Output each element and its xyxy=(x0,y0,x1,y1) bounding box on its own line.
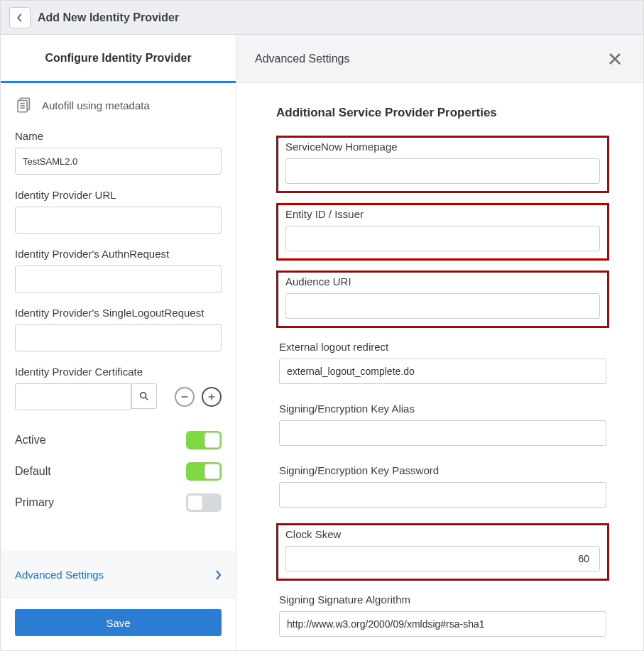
keypass-label: Signing/Encryption Key Password xyxy=(279,464,606,476)
advanced-settings-link[interactable]: Advanced Settings xyxy=(1,552,236,597)
name-label: Name xyxy=(15,130,222,142)
keyalias-input[interactable] xyxy=(279,420,606,446)
plus-icon xyxy=(207,392,217,402)
entity-label: Entity ID / Issuer xyxy=(285,208,600,220)
default-toggle[interactable] xyxy=(186,462,222,481)
svg-line-6 xyxy=(146,398,148,400)
right-pane: Advanced Settings Additional Service Pro… xyxy=(236,35,643,650)
minus-icon xyxy=(180,392,190,402)
extlogout-input[interactable] xyxy=(279,359,606,384)
top-bar: Add New Identity Provider xyxy=(1,1,643,35)
back-button[interactable] xyxy=(9,7,31,28)
idp-url-label: Identity Provider URL xyxy=(15,189,222,201)
autofill-label: Autofill using metadata xyxy=(42,99,150,111)
slo-label: Identity Provider's SingleLogoutRequest xyxy=(15,307,222,319)
active-label: Active xyxy=(15,434,46,447)
autofill-metadata[interactable]: Autofill using metadata xyxy=(15,96,222,114)
search-icon xyxy=(139,391,149,401)
entity-input[interactable] xyxy=(285,226,600,251)
sigalg-input[interactable] xyxy=(279,611,606,637)
page-title: Add New Identity Provider xyxy=(38,11,179,24)
chevron-right-icon xyxy=(214,569,222,581)
document-stack-icon xyxy=(15,96,33,114)
extlogout-label: External logout redirect xyxy=(279,341,606,353)
save-button[interactable]: Save xyxy=(15,609,222,636)
keypass-input[interactable] xyxy=(279,482,606,508)
clockskew-label: Clock Skew xyxy=(285,528,600,540)
cert-label: Identity Provider Certificate xyxy=(15,366,222,378)
clockskew-input[interactable] xyxy=(285,546,600,571)
authn-label: Identity Provider's AuthnRequest xyxy=(15,248,222,260)
homepage-label: ServiceNow Homepage xyxy=(285,141,600,153)
active-toggle[interactable] xyxy=(186,431,222,449)
primary-label: Primary xyxy=(15,496,54,509)
cert-add-button[interactable] xyxy=(202,387,222,407)
keyalias-label: Signing/Encryption Key Alias xyxy=(279,403,606,415)
sigalg-label: Signing Signature Algorithm xyxy=(279,593,606,606)
audience-label: Audience URI xyxy=(285,275,600,288)
svg-point-5 xyxy=(141,393,146,398)
right-pane-title: Advanced Settings xyxy=(255,53,349,65)
homepage-input[interactable] xyxy=(285,158,600,184)
authn-input[interactable] xyxy=(15,266,222,292)
slo-input[interactable] xyxy=(15,324,222,351)
advanced-settings-label: Advanced Settings xyxy=(15,569,104,581)
default-label: Default xyxy=(15,465,51,478)
close-icon xyxy=(608,52,622,66)
primary-toggle[interactable] xyxy=(186,493,222,512)
left-pane: Configure Identity Provider Autofill usi… xyxy=(1,35,236,650)
audience-input[interactable] xyxy=(285,293,600,319)
chevron-left-icon xyxy=(16,13,23,23)
cert-remove-button[interactable] xyxy=(175,387,195,407)
cert-lookup-button[interactable] xyxy=(131,383,157,409)
idp-url-input[interactable] xyxy=(15,207,222,234)
close-button[interactable] xyxy=(605,49,625,69)
left-pane-header: Configure Identity Provider xyxy=(1,35,236,83)
section-title: Additional Service Provider Properties xyxy=(276,106,609,120)
cert-input[interactable] xyxy=(15,383,131,410)
name-input[interactable] xyxy=(15,148,222,175)
